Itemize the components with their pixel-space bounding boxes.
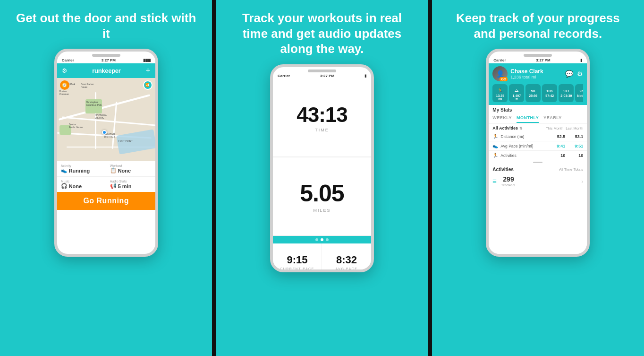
signal-btn[interactable]: 📶	[143, 80, 153, 90]
avatar-wrap: 👤 GO	[492, 66, 508, 81]
distance-this-month: 52.5	[547, 134, 565, 139]
battery-2: ▮	[364, 74, 366, 78]
distance-label: Distance (mi)	[500, 134, 547, 139]
divider-2	[428, 0, 432, 356]
avg-pace-label: AVG PACE	[336, 267, 358, 270]
rk-header: ⚙ runkeeper +	[57, 63, 155, 78]
header-icons: 💬 ⚙	[565, 70, 583, 78]
dot-3	[326, 238, 329, 241]
col-head-this-month: This Month	[545, 126, 563, 130]
carrier-3: Carrier	[493, 58, 506, 62]
distance-icon: 🏃	[492, 134, 499, 139]
tab-yearly[interactable]: YEARLY	[543, 114, 562, 123]
go-running-button[interactable]: Go Running	[57, 192, 155, 210]
user-info: Chase Clark 1,236 total mi	[510, 68, 565, 79]
chat-icon[interactable]: 💬	[565, 70, 573, 78]
gear-icon[interactable]: ⚙	[62, 67, 68, 74]
tab-monthly[interactable]: MONTHLY	[517, 114, 539, 123]
miles-label: MILES	[313, 208, 330, 213]
stats-header: 👤 GO Chase Clark 1,236 total mi 💬 ⚙	[489, 63, 587, 105]
shoe-icon: 👟	[61, 167, 68, 174]
timer-screen: 43:13 TIME 5.05 MILES 9:15 CURRENT PACE …	[273, 79, 371, 272]
scroll-dot	[533, 162, 542, 163]
stats-tabs: WEEKLY MONTHLY YEARLY	[489, 114, 587, 123]
rk-map: ChristopherColumbus Park BostonPublic Ho…	[57, 78, 155, 161]
activities-section: Activities All Time Totals ☰ 299 Tracked…	[489, 165, 587, 190]
audio-option[interactable]: Audio Stats 📢 5 min	[106, 177, 155, 192]
panel3-headline: Keep track of your progress and personal…	[432, 0, 644, 41]
workout-option[interactable]: Workout 📋 None	[106, 161, 155, 177]
chevron-right-icon: ›	[581, 178, 583, 185]
add-icon[interactable]: +	[145, 66, 151, 76]
all-time-label: All Time Totals	[559, 167, 583, 172]
location-btn[interactable]: 🧭	[60, 80, 69, 90]
carrier-2: Carrier	[278, 74, 290, 78]
badge-value-6: Not yet	[577, 94, 583, 97]
activity-option[interactable]: Activity 👟 Running	[57, 161, 106, 177]
badge-elevation: ⛰ 1,497 ft	[509, 84, 524, 102]
status-bar-2: Carrier 3:27 PM ▮	[273, 72, 371, 79]
activity-value: 👟 Running	[61, 167, 102, 174]
user-row: 👤 GO Chase Clark 1,236 total mi 💬 ⚙	[492, 66, 583, 81]
activities-this-month: 10	[547, 153, 565, 158]
panel2-headline: Track your workouts in real time and get…	[216, 0, 428, 57]
tab-weekly[interactable]: WEEKLY	[492, 114, 512, 123]
timer-section: 43:13 TIME	[273, 79, 371, 158]
half-badge-icon: 13.1	[563, 89, 570, 93]
clipboard-icon: 📋	[110, 167, 117, 174]
activities-row[interactable]: ☰ 299 Tracked ›	[492, 174, 583, 189]
badge-full: 26.2 Not yet	[575, 84, 583, 102]
pace-header-bar	[273, 236, 371, 243]
workout-label: Workout	[110, 164, 152, 167]
headphone-icon: 🎧	[61, 183, 68, 189]
pace-icon: 👟	[492, 143, 499, 148]
badge-value-2: 1,497 ft	[511, 94, 522, 101]
10k-badge-icon: 10K	[546, 89, 553, 93]
pace-section: 9:15 CURRENT PACE 8:32 AVG PACE	[273, 243, 371, 272]
pace-last-month: 9:51	[565, 144, 583, 148]
stats-row-activities: 🏃 Activities 10 10	[489, 151, 587, 160]
carrier-1: Carrier	[62, 58, 74, 62]
activity-label: Activity	[61, 164, 102, 167]
timer-value: 43:13	[297, 103, 347, 127]
panel-2: Track your workouts in real time and get…	[216, 0, 428, 356]
user-name: Chase Clark	[510, 68, 565, 75]
status-bar-1: Carrier 3:27 PM ▮▮▮▮	[57, 57, 155, 63]
status-bar-3: Carrier 3:27 PM ▮	[489, 57, 587, 63]
stats-screen: 👤 GO Chase Clark 1,236 total mi 💬 ⚙	[489, 63, 587, 257]
col-heads: This Month Last Month	[545, 126, 583, 130]
divider-1	[212, 0, 216, 356]
pace-label: Avg Pace (min/mi)	[500, 144, 547, 148]
activities-last-month: 10	[565, 153, 583, 158]
workout-value: 📋 None	[110, 167, 152, 174]
stats-body: My Stats WEEKLY MONTHLY YEARLY All Activ…	[489, 105, 587, 257]
tracked-label: Tracked	[501, 183, 515, 187]
badge-5k: 5K 25:56	[525, 84, 541, 102]
badge-half: 13.1 2:03:30	[559, 84, 574, 102]
filter-label-text: All Activities	[492, 126, 518, 130]
current-pace: 9:15 CURRENT PACE	[273, 243, 322, 272]
music-option[interactable]: Music 🎧 None	[57, 177, 106, 192]
filter-label[interactable]: All Activities ⇅	[492, 126, 523, 130]
dot-1	[315, 238, 318, 241]
phone-3: Carrier 3:27 PM ▮ 👤 GO Chase Clark 1,236…	[486, 49, 590, 257]
panel-3: Keep track of your progress and personal…	[432, 0, 644, 356]
my-stats-title: My Stats	[489, 105, 587, 114]
settings-icon[interactable]: ⚙	[577, 70, 583, 78]
activities-header: Activities All Time Totals	[492, 167, 583, 172]
badge-value-5: 2:03:30	[560, 94, 572, 97]
current-pace-value: 9:15	[287, 254, 307, 266]
panel1-headline: Get out the door and stick with it	[0, 0, 212, 41]
distance-last-month: 53.1	[565, 134, 583, 139]
badge-all: 🏃 13.35 mi	[492, 84, 508, 102]
current-pace-label: CURRENT PACE	[280, 267, 314, 270]
badge-value-4: 57:42	[544, 94, 555, 97]
dot-2	[321, 238, 323, 241]
speaker-icon: 📢	[110, 183, 117, 189]
user-total-miles: 1,236 total mi	[510, 75, 565, 79]
audio-label: Audio Stats	[110, 180, 152, 183]
panel-1: Get out the door and stick with it Carri…	[0, 0, 212, 356]
music-value: 🎧 None	[61, 183, 102, 189]
col-head-last-month: Last Month	[565, 126, 583, 130]
go-badge: GO	[500, 77, 508, 81]
